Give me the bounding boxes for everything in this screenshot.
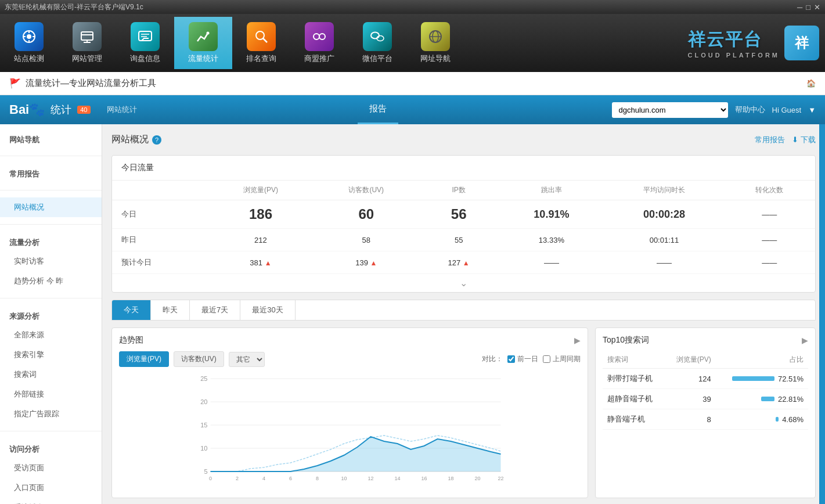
sidebar-source-header[interactable]: 来源分析 (0, 305, 102, 325)
nav-item-alliance[interactable]: 商盟推广 (290, 17, 348, 69)
svg-point-14 (256, 31, 264, 39)
tab-last30[interactable]: 最近30天 (240, 300, 295, 320)
pv-3: 8 (665, 409, 716, 430)
sidebar-item-external-link[interactable]: 外部链接 (0, 384, 102, 404)
cell-ip-today: 56 (419, 200, 498, 229)
svg-text:5: 5 (204, 468, 207, 475)
sidebar-item-visited-domain[interactable]: 受访域名 (0, 498, 102, 504)
analytics-bar: Bai🐾 统计 40 网站统计 报告 dgchulun.com 帮助中心 Hi … (0, 95, 825, 124)
download-link[interactable]: ⬇ 下载 (792, 135, 816, 145)
sidebar-divider-1 (0, 156, 102, 156)
section-title-text: 网站概况 (111, 134, 149, 146)
nav-item-site-manage[interactable]: 网站管理 (58, 17, 116, 69)
sidebar-item-entry-pages[interactable]: 入口页面 (0, 478, 102, 498)
help-center-btn[interactable]: 帮助中心 (735, 105, 765, 115)
nav-item-site-check[interactable]: 站点检测 (0, 17, 58, 69)
section-header: 网站概况 ? 常用报告 ⬇ 下载 (111, 134, 816, 146)
top10-expand[interactable]: ▶ (802, 336, 808, 345)
col-pv: 浏览量(PV) (665, 351, 716, 369)
table-row: 超静音端子机 39 22.81% (603, 389, 808, 409)
nav-item-site-nav[interactable]: 网址导航 (406, 17, 464, 69)
ranking-icon (247, 22, 276, 51)
expand-icon: ⌄ (460, 278, 467, 288)
site-selector[interactable]: dgchulun.com (612, 102, 728, 118)
report-tab[interactable]: 报告 (358, 95, 398, 124)
svg-point-17 (319, 34, 325, 39)
user-menu-btn[interactable]: Hi Guest (772, 106, 802, 114)
svg-text:18: 18 (448, 476, 453, 481)
svg-point-18 (371, 33, 379, 39)
keyword-2: 超静音端子机 (603, 389, 665, 409)
sidebar-item-all-sources[interactable]: 全部来源 (0, 325, 102, 345)
nav-item-ranking[interactable]: 排名查询 (232, 17, 290, 69)
cell-pv-today: 186 (208, 200, 313, 229)
sidebar-item-search-word[interactable]: 搜索词 (0, 365, 102, 384)
metric-other-select[interactable]: 其它 (229, 352, 265, 367)
svg-rect-6 (81, 32, 93, 40)
svg-text:0: 0 (209, 476, 212, 481)
trend-chart-svg: 25 20 15 10 5 0 2 (119, 373, 581, 489)
nav-label-ranking: 排名查询 (246, 53, 276, 64)
minimize-btn[interactable]: ─ (797, 3, 802, 12)
svg-text:25: 25 (200, 375, 207, 382)
tab-last7[interactable]: 最近7天 (190, 300, 240, 320)
sidebar-item-trend[interactable]: 趋势分析 今 昨 (0, 271, 102, 291)
sidebar-traffic-header[interactable]: 流量分析 (0, 232, 102, 251)
alliance-icon (305, 22, 334, 51)
percent-text-3: 4.68% (782, 415, 804, 424)
svg-text:6: 6 (289, 476, 292, 481)
common-report-link[interactable]: 常用报告 (755, 135, 785, 145)
table-row: 昨日 212 58 55 13.33% 00:01:11 —— (112, 229, 815, 251)
page-header: 🚩 流量统计—专业网站流量分析工具 🏠 (0, 72, 825, 95)
sidebar-visit-header[interactable]: 访问分析 (0, 438, 102, 458)
compare-prev-week[interactable]: 上周同期 (543, 354, 581, 364)
user-dropdown-icon[interactable]: ▼ (808, 106, 816, 114)
nav-item-inquiry[interactable]: 询盘信息 (116, 17, 174, 69)
right-edge-panel (819, 124, 825, 504)
metric-uv-btn[interactable]: 访客数(UV) (174, 351, 224, 367)
header-action-icon[interactable]: 🏠 (806, 79, 816, 88)
col-conversion: 转化次数 (723, 181, 815, 200)
col-bounce: 跳出率 (498, 181, 604, 200)
sidebar-item-visited-pages[interactable]: 受访页面 (0, 458, 102, 478)
sidebar-item-search-engine[interactable]: 搜索引擎 (0, 345, 102, 365)
col-pv: 浏览量(PV) (208, 181, 313, 200)
percent-text-2: 22.81% (778, 395, 804, 404)
sidebar-item-ad-tracking[interactable]: 指定广告跟踪 (0, 404, 102, 424)
tab-yesterday[interactable]: 昨天 (151, 300, 190, 320)
nav-item-traffic[interactable]: 流量统计 (174, 17, 232, 69)
tab-today[interactable]: 今天 (112, 300, 151, 320)
traffic-icon (189, 22, 218, 51)
sidebar-item-site-overview[interactable]: 网站概况 (0, 197, 102, 217)
svg-text:15: 15 (200, 422, 207, 429)
expand-row[interactable]: ⌄ (112, 274, 815, 292)
progress-bar-2 (761, 397, 774, 401)
svg-text:14: 14 (394, 476, 400, 481)
top10-chart-box: Top10搜索词 ▶ 搜索词 浏览量(PV) 占比 剥带打端子机 (595, 327, 816, 498)
close-btn[interactable]: ✕ (814, 3, 820, 12)
nav-label-inquiry: 询盘信息 (130, 53, 160, 64)
nav-label-wechat: 微信平台 (362, 53, 392, 64)
top-nav: 站点检测 网站管理 询盘信息 流量统计 排名查询 商盟推广 微信平台 (0, 14, 825, 72)
cell-bounce-predicted: —— (498, 251, 604, 274)
svg-marker-34 (211, 437, 501, 471)
maximize-btn[interactable]: □ (806, 3, 810, 12)
compare-prev-week-checkbox[interactable] (543, 355, 550, 363)
trend-chart-expand[interactable]: ▶ (574, 336, 581, 345)
sidebar-item-realtime[interactable]: 实时访客 (0, 251, 102, 271)
keyword-1: 剥带打端子机 (603, 369, 665, 389)
cell-bounce-yesterday: 13.33% (498, 229, 604, 251)
date-tab-bar: 今天 昨天 最近7天 最近30天 (111, 300, 816, 321)
site-stat-tab[interactable]: 网站统计 (100, 102, 144, 117)
cell-ip-predicted: 127 ▲ (419, 251, 498, 274)
metric-pv-btn[interactable]: 浏览量(PV) (119, 351, 169, 367)
compare-prev-checkbox[interactable] (507, 355, 515, 363)
col-keyword: 搜索词 (603, 351, 665, 369)
sidebar-source-section: 来源分析 全部来源 搜索引擎 搜索词 外部链接 指定广告跟踪 (0, 301, 102, 429)
sidebar-site-nav[interactable]: 网站导航 (0, 129, 102, 149)
window-controls: ─ □ ✕ (797, 3, 820, 12)
nav-item-wechat[interactable]: 微信平台 (348, 17, 406, 69)
sidebar-common-reports-header[interactable]: 常用报告 (0, 163, 102, 183)
compare-prev-day[interactable]: 前一日 (507, 354, 538, 364)
info-badge[interactable]: ? (152, 135, 161, 145)
